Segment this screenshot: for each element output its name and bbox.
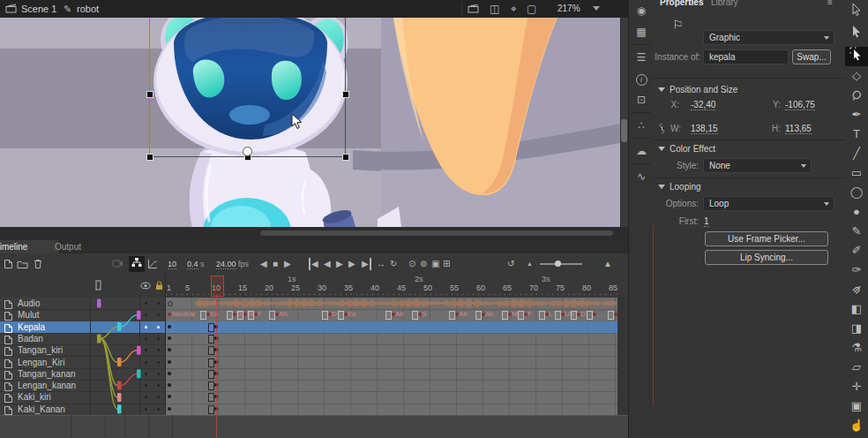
- canvas-vertical-scrollbar-thumb[interactable]: [621, 119, 627, 142]
- layer-name[interactable]: Kaki_kiri: [18, 391, 51, 403]
- edit-multiple-frames-button[interactable]: ▣: [431, 258, 439, 270]
- frames-row-Lengan_kanan[interactable]: [166, 380, 617, 392]
- swap-button[interactable]: Swap...: [792, 49, 831, 64]
- onion-skin-outlines-button[interactable]: ⊚: [420, 258, 427, 270]
- instance-name-field[interactable]: kepala: [703, 49, 789, 64]
- selection-tool[interactable]: [845, 25, 868, 44]
- span-end-marker[interactable]: [208, 381, 214, 390]
- next-frame-button[interactable]: ▶: [348, 258, 355, 270]
- swatches-panel-icon[interactable]: ▦: [629, 21, 654, 42]
- span-end-marker[interactable]: [338, 311, 344, 320]
- free-transform-tool[interactable]: ◇: [845, 66, 868, 86]
- transformation-point[interactable]: [243, 147, 252, 156]
- layer-name[interactable]: Tangan_kanan: [18, 368, 76, 380]
- ruler-frame-20[interactable]: 20: [265, 283, 273, 292]
- edit-scene-icon[interactable]: [468, 4, 479, 13]
- layer-name[interactable]: Audio: [18, 298, 41, 309]
- ruler-frame-70[interactable]: 70: [529, 283, 538, 292]
- hand-tool[interactable]: ☝: [845, 416, 868, 435]
- span-end-marker[interactable]: [571, 311, 577, 320]
- selection-handle-right[interactable]: [342, 91, 349, 98]
- span-end-marker[interactable]: [237, 311, 243, 320]
- zoom-dropdown-chevron-icon[interactable]: [593, 6, 600, 11]
- ruler-frame-85[interactable]: 85: [609, 283, 617, 292]
- frame-rate-value[interactable]: 24.00 fps: [216, 260, 249, 268]
- timeline-zoom-slider-knob[interactable]: [555, 261, 561, 267]
- stop-button[interactable]: ■: [273, 258, 278, 270]
- span-end-marker[interactable]: [208, 359, 214, 367]
- keyframe-dot[interactable]: [168, 407, 171, 411]
- selection-handle-bottom-left[interactable]: [146, 154, 153, 161]
- ruler-frame-60[interactable]: 60: [476, 283, 485, 292]
- selection-handle-left[interactable]: [146, 91, 153, 98]
- span-end-marker[interactable]: [227, 311, 233, 320]
- ruler-frame-80[interactable]: 80: [582, 283, 591, 292]
- ruler-frame-1[interactable]: 1: [167, 283, 171, 292]
- frames-grid[interactable]: NeutralEeDEeFAhDEeAhSAhAhMFLUhD…S: [166, 298, 617, 415]
- span-end-marker[interactable]: [248, 311, 254, 320]
- classic-brush-tool[interactable]: ✑: [845, 261, 868, 280]
- layer-name[interactable]: Kaki_Kanan: [18, 404, 65, 415]
- span-end-marker[interactable]: [587, 311, 593, 320]
- stage-canvas[interactable]: [0, 18, 620, 227]
- go-to-last-frame-button[interactable]: ▶: [362, 258, 371, 270]
- camera-tool[interactable]: ▣: [845, 396, 868, 416]
- ruler-frame-50[interactable]: 50: [423, 283, 432, 292]
- eraser-tool[interactable]: ▱: [845, 358, 868, 377]
- span-end-marker[interactable]: [208, 323, 214, 332]
- transform-panel-icon[interactable]: ⊡: [629, 89, 654, 110]
- span-end-marker[interactable]: [208, 335, 214, 344]
- tab-output[interactable]: Output: [48, 240, 102, 253]
- play-range-button[interactable]: ▶: [336, 258, 343, 270]
- fluid-brush-tool[interactable]: ✐: [845, 241, 868, 261]
- edit-symbols-icon[interactable]: ◫: [490, 3, 499, 15]
- lock-icon[interactable]: [155, 281, 163, 291]
- ruler-frame-65[interactable]: 65: [503, 283, 512, 292]
- span-end-marker[interactable]: [608, 311, 614, 320]
- parenting-view-button[interactable]: [129, 256, 145, 272]
- play-button[interactable]: ▶: [284, 258, 291, 270]
- frames-row-Tangan_kanan[interactable]: [166, 368, 617, 381]
- frames-row-Lengan_Kiri[interactable]: [166, 357, 617, 369]
- use-frame-picker-button[interactable]: Use Frame Picker...: [705, 231, 828, 246]
- color-panel-icon[interactable]: ◉: [629, 0, 654, 21]
- layer-name[interactable]: Tangan_kiri: [18, 344, 63, 356]
- panel-menu-icon[interactable]: ≡: [827, 0, 833, 7]
- onion-skin-button[interactable]: ⊙: [408, 258, 415, 270]
- step-back-button[interactable]: ◀: [260, 258, 267, 270]
- timeline-zoom-out-button[interactable]: ▲: [527, 258, 533, 270]
- frames-row-Audio[interactable]: [166, 298, 617, 310]
- asset-warp-tool[interactable]: ✛: [845, 377, 868, 396]
- ruler-frame-15[interactable]: 15: [238, 283, 247, 292]
- lasso-tool[interactable]: Ϙ: [845, 86, 868, 105]
- current-frame-value[interactable]: 10: [168, 260, 176, 269]
- selection-edge-left[interactable]: [149, 18, 150, 157]
- layer-name[interactable]: Lengan_Kiri: [18, 357, 64, 368]
- eye-icon[interactable]: [140, 282, 151, 290]
- layer-name[interactable]: Mulut: [18, 309, 39, 321]
- ruler-frame-30[interactable]: 30: [318, 283, 326, 292]
- span-end-marker[interactable]: [208, 393, 214, 402]
- motion-editor-icon[interactable]: ∿: [629, 166, 654, 187]
- layer-visibility-dot[interactable]: [157, 396, 160, 398]
- selection-handle-bottom-right[interactable]: [342, 154, 349, 161]
- text-tool[interactable]: T: [845, 125, 868, 144]
- scene-clapperboard-icon[interactable]: [5, 4, 17, 13]
- layer-visibility-dot[interactable]: [157, 302, 160, 305]
- span-end-marker[interactable]: [208, 370, 214, 379]
- layer-name[interactable]: Badan: [18, 333, 43, 344]
- polystar-tool[interactable]: ●: [845, 202, 868, 222]
- x-value[interactable]: -32,40: [691, 100, 715, 110]
- keyframe-dot[interactable]: [168, 372, 171, 375]
- y-value[interactable]: -106,75: [785, 100, 815, 110]
- span-end-marker[interactable]: [475, 311, 482, 320]
- keyframe-dot[interactable]: [168, 313, 171, 316]
- rectangle-tool[interactable]: ▭: [845, 163, 868, 183]
- frames-row-Kepala[interactable]: [166, 321, 617, 334]
- prev-frame-button[interactable]: ◀: [324, 258, 331, 270]
- timeline-zoom-slider-track[interactable]: [540, 263, 582, 265]
- span-end-marker[interactable]: [412, 311, 418, 320]
- modify-markers-button[interactable]: ⊞: [443, 258, 450, 270]
- h-value[interactable]: 113,65: [785, 124, 812, 134]
- span-end-marker[interactable]: [518, 311, 524, 320]
